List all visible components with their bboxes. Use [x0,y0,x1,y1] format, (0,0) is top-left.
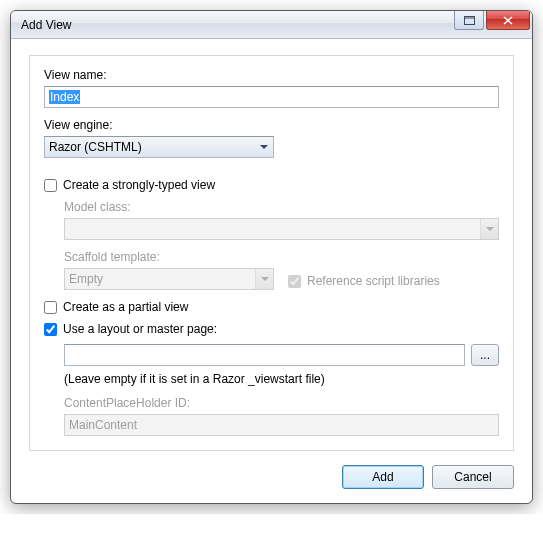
cph-label: ContentPlaceHolder ID: [64,396,499,410]
strongly-typed-checkbox[interactable] [44,179,57,192]
use-layout-row: Use a layout or master page: [44,322,499,336]
dialog-content: View name: Index View engine: Razor (CSH… [11,39,532,503]
strongly-typed-section: Model class: Scaffold template: Empty [44,200,499,290]
use-layout-label[interactable]: Use a layout or master page: [63,322,217,336]
strongly-typed-label[interactable]: Create a strongly-typed view [63,178,215,192]
cancel-button-label: Cancel [454,470,491,484]
view-engine-group: View engine: Razor (CSHTML) [44,118,499,158]
ref-scripts-label: Reference script libraries [307,274,440,288]
maximize-button[interactable] [454,11,484,30]
titlebar: Add View [11,11,532,39]
model-class-dropdown-button [480,219,498,239]
model-class-combo [64,218,499,240]
cph-input [64,414,499,436]
window-title: Add View [21,18,454,32]
close-icon [503,16,513,25]
ref-scripts-checkbox [288,275,301,288]
chevron-down-icon [261,277,269,281]
close-button[interactable] [486,11,530,30]
button-bar: Add Cancel [29,465,514,489]
view-engine-combo[interactable]: Razor (CSHTML) [44,136,274,158]
ellipsis-icon: ... [480,348,490,362]
partial-checkbox[interactable] [44,301,57,314]
view-name-input[interactable]: Index [44,86,499,108]
use-layout-checkbox[interactable] [44,323,57,336]
model-class-label: Model class: [64,200,499,214]
scaffold-value: Empty [65,272,255,286]
chevron-down-icon [260,145,268,149]
add-button-label: Add [372,470,393,484]
view-engine-value: Razor (CSHTML) [45,140,255,154]
view-engine-label: View engine: [44,118,499,132]
scaffold-combo: Empty [64,268,274,290]
form-panel: View name: Index View engine: Razor (CSH… [29,55,514,451]
view-name-group: View name: Index [44,68,499,108]
chevron-down-icon [486,227,494,231]
layout-path-input[interactable] [64,344,465,366]
ref-scripts-row: Reference script libraries [288,274,440,288]
browse-button[interactable]: ... [471,344,499,366]
layout-section: ... (Leave empty if it is set in a Razor… [44,344,499,436]
layout-hint: (Leave empty if it is set in a Razor _vi… [64,372,499,386]
partial-label[interactable]: Create as a partial view [63,300,188,314]
view-engine-dropdown-button [255,137,273,157]
cancel-button[interactable]: Cancel [432,465,514,489]
partial-row: Create as a partial view [44,300,499,314]
view-name-value: Index [49,90,80,104]
strongly-typed-row: Create a strongly-typed view [44,178,499,192]
add-view-dialog: Add View View name: Index View engine: R… [10,10,533,504]
view-name-label: View name: [44,68,499,82]
window-buttons [454,11,530,38]
maximize-icon [464,16,475,25]
add-button[interactable]: Add [342,465,424,489]
scaffold-label: Scaffold template: [64,250,274,264]
scaffold-dropdown-button [255,269,273,289]
